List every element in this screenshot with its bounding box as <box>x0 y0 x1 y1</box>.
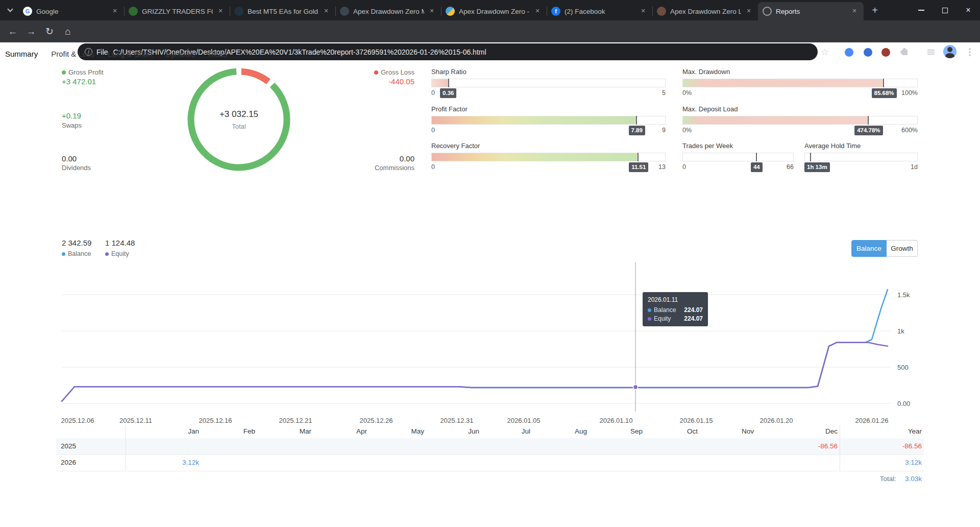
gauge-bar <box>682 116 918 125</box>
gauge-label: Average Hold Time <box>804 142 918 151</box>
x-tick: 2025.12.06 <box>61 417 94 424</box>
extension-icon-1[interactable] <box>844 47 854 57</box>
x-tick: 2025.12.21 <box>279 417 312 424</box>
blue-extension-icon <box>864 48 872 57</box>
close-tab-icon[interactable]: × <box>639 7 648 16</box>
tab-title: (2) Facebook <box>565 8 635 15</box>
month-header: Sep <box>597 425 643 438</box>
reports-favicon-icon <box>763 7 772 16</box>
gauge-trades-per-week: Trades per Week 06644 <box>682 142 794 172</box>
forward-button[interactable]: → <box>22 20 40 42</box>
blue-dot-icon <box>648 308 651 312</box>
tab-title: Apex Drawdown Zero LIV <box>670 8 741 15</box>
gauge-label: Recovery Factor <box>431 142 666 151</box>
dividends-value: 0.00 <box>62 154 77 163</box>
reload-button[interactable]: ↻ <box>41 20 58 42</box>
blue-extension-icon <box>845 48 853 57</box>
month-header: Jul <box>484 425 530 438</box>
total-label: Total <box>232 123 246 130</box>
blue-dot-icon <box>62 252 65 256</box>
window-minimize-button[interactable] <box>910 0 933 20</box>
browser-toolbar: ← → ↻ ⌂ File C:/Users/TSHIV/OneDrive/Des… <box>0 20 980 42</box>
cell-2025-year: -86.56 <box>876 438 922 454</box>
close-tab-icon[interactable]: × <box>427 7 436 16</box>
extensions-button[interactable] <box>899 47 910 57</box>
swaps-label: Swaps <box>62 122 82 129</box>
browser-tab-best-mt5[interactable]: Best MT5 EAs for Gold Tra × <box>230 2 335 20</box>
tab-summary[interactable]: Summary <box>5 50 38 58</box>
browser-tab-reports[interactable]: Reports × <box>758 2 864 20</box>
month-header: May <box>378 425 424 438</box>
back-button[interactable]: ← <box>4 20 21 42</box>
browser-tab-apex-m[interactable]: Apex Drawdown Zero - M × <box>441 2 547 20</box>
tab-title: Google <box>36 8 107 15</box>
tab-symbols[interactable]: Symbols <box>166 50 195 58</box>
y-tick: 500 <box>897 364 909 371</box>
gauge-value-badge: 1h 13m <box>804 162 830 172</box>
tab-search-button[interactable] <box>5 6 15 14</box>
row-year-2025: 2025 <box>61 438 76 454</box>
tooltip-balance-label: Balance <box>648 306 676 314</box>
gauge-bar <box>682 79 918 87</box>
browser-tab-grizzly[interactable]: GRIZZLY TRADERS FOREX × <box>124 2 230 20</box>
browser-tab-apex-mt[interactable]: Apex Drawdown Zero MT × <box>335 2 441 20</box>
puzzle-icon <box>902 50 908 55</box>
y-tick: 0.00 <box>897 400 910 408</box>
tooltip-equity-value: 224.07 <box>684 315 703 322</box>
apex-live-favicon-icon <box>657 7 666 16</box>
x-tick: 2026.01.10 <box>599 417 632 424</box>
home-button[interactable]: ⌂ <box>59 20 77 42</box>
extension-icon-2[interactable] <box>863 47 873 57</box>
cell-2026-jan: 3.12k <box>153 454 199 471</box>
tab-title: Best MT5 EAs for Gold Tra <box>248 8 318 15</box>
x-tick: 2025.12.31 <box>440 417 473 424</box>
x-tick: 2026.01.05 <box>507 417 540 424</box>
close-tab-icon[interactable]: × <box>850 7 859 16</box>
tab-profit-loss[interactable]: Profit & Loss <box>51 50 94 58</box>
close-tab-icon[interactable]: × <box>533 7 542 16</box>
new-tab-button[interactable]: + <box>868 3 882 17</box>
browser-tab-google[interactable]: Google × <box>18 2 124 20</box>
gauge-value-badge: 44 <box>751 162 763 172</box>
profile-avatar[interactable] <box>943 45 957 58</box>
equity-legend: Equity <box>105 250 129 257</box>
x-tick: 2026.01.20 <box>760 417 793 424</box>
gauge-label: Trades per Week <box>682 142 794 151</box>
bookmark-star-icon[interactable]: ☆ <box>820 47 830 57</box>
balance-chart-region[interactable] <box>56 260 903 414</box>
close-tab-icon[interactable]: × <box>216 7 225 16</box>
commissions-value: 0.00 <box>333 154 414 163</box>
gauge-value-badge: 7.89 <box>629 126 645 135</box>
tooltip-date: 2026.01.11 <box>648 296 703 303</box>
tab-long-short[interactable]: Long & Short <box>108 50 153 58</box>
browser-menu-button[interactable] <box>965 47 975 57</box>
gauge-profit-factor: Profit Factor 097.89 <box>431 105 666 135</box>
tab-title: Reports <box>776 8 847 15</box>
mql5-favicon-icon <box>446 7 455 16</box>
month-header: Feb <box>209 425 255 438</box>
tab-risks[interactable]: Risks <box>208 50 227 58</box>
close-tab-icon[interactable]: × <box>744 7 753 16</box>
browser-tab-facebook[interactable]: (2) Facebook × <box>547 2 652 20</box>
window-maximize-button[interactable] <box>933 0 957 20</box>
tab-title: Apex Drawdown Zero - M <box>459 8 530 15</box>
total-value: +3 032.15 <box>219 109 258 119</box>
gauge-value-badge: 11.51 <box>629 162 648 172</box>
maximize-icon <box>942 8 948 13</box>
gauge-sharp-ratio: Sharp Ratio 050.36 <box>431 68 666 98</box>
growth-toggle-button[interactable]: Growth <box>887 240 918 257</box>
x-tick: 2025.12.11 <box>119 417 152 424</box>
month-header: Nov <box>708 425 754 438</box>
window-close-button[interactable]: × <box>957 0 980 20</box>
month-header: Jan <box>153 425 199 438</box>
cell-2026-year: 3.12k <box>876 454 922 471</box>
close-tab-icon[interactable]: × <box>322 7 331 16</box>
close-tab-icon[interactable]: × <box>110 7 119 16</box>
extension-icon-3[interactable] <box>880 47 891 57</box>
browser-tab-apex-live[interactable]: Apex Drawdown Zero LIV × <box>652 2 758 20</box>
x-tick: 2025.12.26 <box>359 417 393 424</box>
balance-toggle-button[interactable]: Balance <box>851 240 887 257</box>
gauge-marker <box>810 153 811 161</box>
year-header: Year <box>876 425 922 438</box>
reading-list-button[interactable] <box>926 47 936 57</box>
